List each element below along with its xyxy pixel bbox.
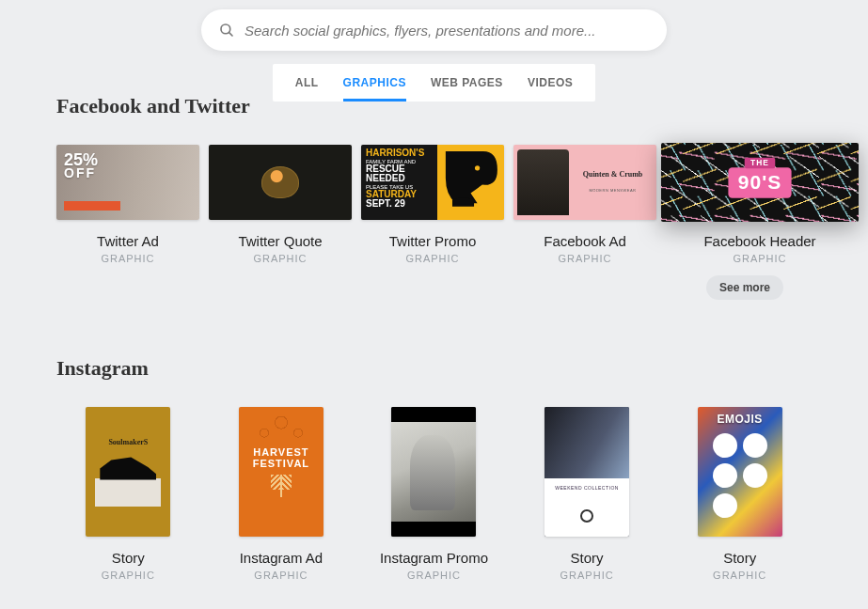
template-card-ig-story-emojis[interactable]: EMOJIS Story GRAPHIC: [668, 407, 812, 581]
category-tabs: ALL GRAPHICS WEB PAGES VIDEOS: [273, 64, 595, 102]
template-card-ig-story-soulmakers[interactable]: SoulmakerS Story GRAPHIC: [56, 407, 200, 581]
template-thumbnail: 25% OFF: [56, 145, 199, 220]
template-title: Twitter Promo: [389, 233, 477, 249]
overlay-text: 25% OFF: [64, 152, 98, 180]
overlay-badge: 90'S: [728, 167, 792, 198]
template-thumbnail: HARRISON'S FAMILY FARM AND RESCUE NEEDED…: [361, 145, 504, 220]
wolf-icon: [437, 145, 504, 211]
template-subtitle: GRAPHIC: [733, 253, 786, 264]
template-card-twitter-ad[interactable]: 25% OFF Twitter Ad GRAPHIC: [56, 145, 199, 264]
template-title: Story: [723, 550, 756, 566]
template-title: Instagram Promo: [380, 550, 488, 566]
template-card-facebook-ad[interactable]: Quinten & Crumb MODERN MENSWEAR Facebook…: [513, 145, 656, 264]
section-title-instagram: Instagram: [0, 356, 868, 381]
template-card-instagram-ad[interactable]: HARVESTFESTIVAL Instagram Ad GRAPHIC: [210, 407, 354, 581]
tab-videos[interactable]: VIDEOS: [528, 64, 573, 102]
template-title: Story: [571, 550, 604, 566]
template-subtitle: GRAPHIC: [253, 253, 307, 264]
template-title: Twitter Quote: [238, 233, 322, 249]
see-more-button[interactable]: See more: [706, 275, 783, 300]
template-title: Facebook Header: [703, 233, 815, 249]
search-bar[interactable]: [201, 9, 667, 51]
template-subtitle: GRAPHIC: [713, 570, 766, 581]
template-subtitle: GRAPHIC: [405, 253, 459, 264]
template-thumbnail: [209, 145, 352, 220]
template-subtitle: GRAPHIC: [101, 253, 154, 264]
template-row-facebook-twitter: 25% OFF Twitter Ad GRAPHIC Twitter Quote…: [0, 145, 868, 264]
template-thumbnail: [391, 407, 476, 537]
template-subtitle: GRAPHIC: [558, 253, 611, 264]
search-icon: [218, 22, 235, 39]
template-thumbnail: HARVESTFESTIVAL: [239, 407, 324, 537]
tab-all[interactable]: ALL: [295, 64, 319, 102]
template-thumbnail: WEEKEND COLLECTION: [544, 407, 629, 537]
template-subtitle: GRAPHIC: [407, 570, 461, 581]
template-subtitle: GRAPHIC: [102, 570, 155, 581]
tab-graphics[interactable]: GRAPHICS: [343, 64, 406, 102]
template-thumbnail: EMOJIS: [698, 407, 782, 537]
template-title: Facebook Ad: [544, 233, 626, 249]
tab-web-pages[interactable]: WEB PAGES: [431, 64, 503, 102]
template-thumbnail: Quinten & Crumb MODERN MENSWEAR: [513, 145, 656, 220]
template-card-instagram-promo[interactable]: Instagram Promo GRAPHIC: [362, 407, 506, 581]
template-title: Story: [112, 550, 145, 566]
template-thumbnail: 90'S: [661, 143, 859, 222]
svg-point-2: [475, 165, 480, 170]
template-subtitle: GRAPHIC: [560, 570, 614, 581]
svg-line-1: [229, 32, 232, 36]
template-title: Instagram Ad: [240, 550, 323, 566]
template-card-twitter-promo[interactable]: HARRISON'S FAMILY FARM AND RESCUE NEEDED…: [361, 145, 504, 264]
template-row-instagram: SoulmakerS Story GRAPHIC HARVESTFESTIVAL…: [0, 407, 868, 581]
template-title: Twitter Ad: [97, 233, 159, 249]
search-input[interactable]: [245, 23, 650, 39]
template-subtitle: GRAPHIC: [254, 570, 308, 581]
template-card-ig-story-collage[interactable]: WEEKEND COLLECTION Story GRAPHIC: [515, 407, 659, 581]
template-card-twitter-quote[interactable]: Twitter Quote GRAPHIC: [209, 145, 352, 264]
template-card-facebook-header[interactable]: 90'S Facebook Header GRAPHIC: [666, 145, 854, 264]
template-thumbnail: SoulmakerS: [86, 407, 170, 537]
